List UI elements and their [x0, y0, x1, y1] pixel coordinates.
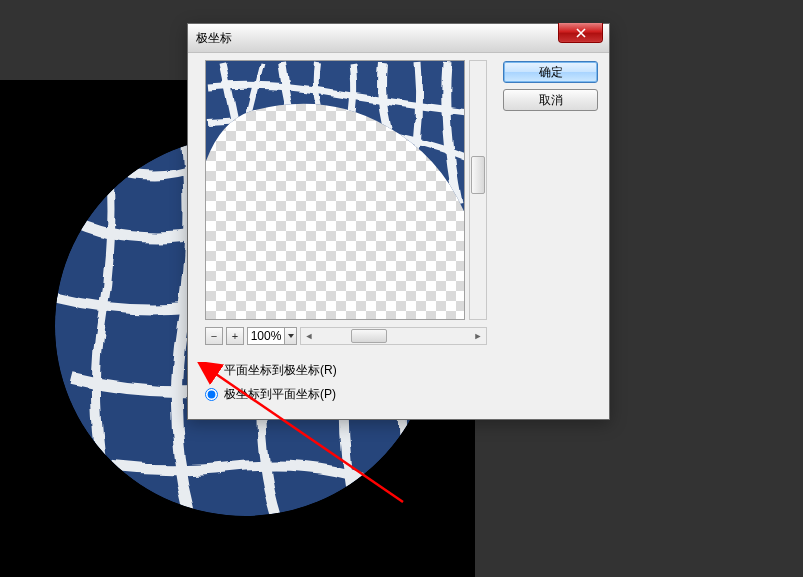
horizontal-scrollbar[interactable]: ◄ ► — [300, 327, 487, 345]
radio-options: 平面坐标到极坐标(R) 极坐标到平面坐标(P) — [205, 358, 337, 406]
svg-rect-3 — [206, 61, 465, 320]
option-rect-to-polar[interactable]: 平面坐标到极坐标(R) — [205, 358, 337, 382]
preview-area[interactable] — [205, 60, 465, 320]
ok-button[interactable]: 确定 — [503, 61, 598, 83]
zoom-value-text: 100% — [251, 329, 282, 343]
radio-rect-to-polar[interactable] — [205, 364, 218, 377]
radio-polar-to-rect[interactable] — [205, 388, 218, 401]
zoom-out-button[interactable]: − — [205, 327, 223, 345]
option-polar-to-rect[interactable]: 极坐标到平面坐标(P) — [205, 382, 337, 406]
polar-coordinates-dialog: 极坐标 — [187, 23, 610, 420]
vertical-scrollbar[interactable] — [469, 60, 487, 320]
option-polar-to-rect-label: 极坐标到平面坐标(P) — [224, 386, 336, 403]
horizontal-scroll-thumb[interactable] — [351, 329, 387, 343]
zoom-in-button[interactable]: + — [226, 327, 244, 345]
option-rect-to-polar-label: 平面坐标到极坐标(R) — [224, 362, 337, 379]
zoom-controls: − + 100% ◄ ► — [205, 326, 487, 346]
vertical-scroll-thumb[interactable] — [471, 156, 485, 194]
scroll-left-arrow-icon[interactable]: ◄ — [301, 328, 317, 344]
scroll-right-arrow-icon[interactable]: ► — [470, 328, 486, 344]
dialog-buttons: 确定 取消 — [503, 61, 598, 111]
dialog-titlebar[interactable]: 极坐标 — [188, 24, 609, 53]
dialog-body: − + 100% ◄ ► 平面坐标到极坐标(R) 极坐标到平面坐标(P) — [188, 53, 609, 419]
close-icon — [576, 28, 586, 38]
dialog-title: 极坐标 — [196, 30, 232, 47]
close-button[interactable] — [558, 23, 603, 43]
preview-image — [206, 61, 465, 320]
chevron-down-icon — [284, 328, 296, 344]
zoom-value-dropdown[interactable]: 100% — [247, 327, 297, 345]
cancel-button[interactable]: 取消 — [503, 89, 598, 111]
